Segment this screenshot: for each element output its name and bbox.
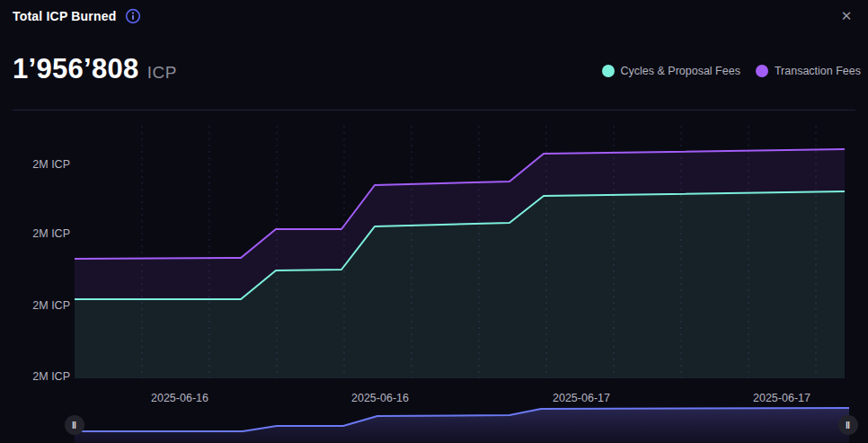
navigator-left-handle[interactable]: ‖ bbox=[65, 415, 84, 435]
x-axis-label-0: 2025-06-16 bbox=[139, 392, 220, 405]
x-axis-label-3: 2025-06-17 bbox=[741, 392, 822, 405]
total-icp-burned-panel: Total ICP Burned ✕ 1’956’808 ICP Cycles … bbox=[0, 0, 868, 443]
y-axis-label-3: 2M ICP bbox=[11, 369, 70, 384]
navigator-right-handle[interactable]: ‖ bbox=[838, 415, 858, 435]
y-axis-label-2: 2M ICP bbox=[11, 298, 70, 313]
y-axis-label-1: 2M ICP bbox=[11, 226, 70, 241]
x-axis-label-2: 2025-06-17 bbox=[541, 392, 622, 405]
burned-icp-stacked-area-chart[interactable] bbox=[0, 0, 868, 443]
x-axis-label-1: 2025-06-16 bbox=[340, 392, 421, 405]
y-axis-label-0: 2M ICP bbox=[11, 157, 70, 172]
